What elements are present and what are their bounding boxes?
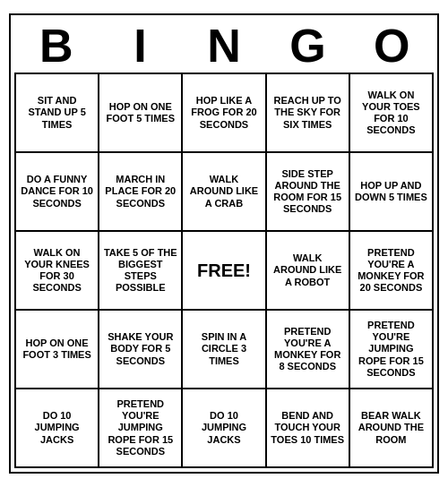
- cell-i5[interactable]: PRETEND YOU'RE JUMPING ROPE FOR 15 SECON…: [99, 389, 183, 468]
- cell-n5[interactable]: DO 10 JUMPING JACKS: [183, 389, 266, 468]
- cell-i2[interactable]: MARCH IN PLACE FOR 20 SECONDS: [99, 153, 183, 232]
- bingo-header: BINGO: [14, 19, 434, 73]
- cell-o1[interactable]: WALK ON YOUR TOES FOR 10 SECONDS: [350, 74, 434, 153]
- cell-g2[interactable]: SIDE STEP AROUND THE ROOM FOR 15 SECONDS: [267, 153, 350, 232]
- header-letter-g: G: [269, 22, 348, 69]
- cell-i4[interactable]: SHAKE YOUR BODY for 5 SECONDS: [99, 311, 183, 389]
- cell-o2[interactable]: HOP UP AND DOWN 5 TIMES: [350, 153, 434, 232]
- bingo-card: BINGO SIT AND STAND UP 5 TIMESHOP ON ONE…: [9, 13, 439, 474]
- cell-g5[interactable]: BEND AND TOUCH YOUR TOES 10 TIMES: [267, 389, 350, 468]
- cell-o4[interactable]: PRETEND YOU'RE JUMPING ROPE FOR 15 SECON…: [350, 311, 434, 389]
- cell-n4[interactable]: SPIN IN A CIRCLE 3 TIMES: [183, 311, 266, 389]
- cell-o3[interactable]: PRETEND YOU'RE A MONKEY FOR 20 SECONDS: [350, 232, 434, 311]
- bingo-grid: SIT AND STAND UP 5 TIMESHOP ON ONE FOOT …: [14, 73, 434, 468]
- cell-g3[interactable]: WALK AROUND LIKE A ROBOT: [267, 232, 350, 311]
- cell-b1[interactable]: SIT AND STAND UP 5 TIMES: [16, 74, 99, 153]
- cell-g4[interactable]: PRETEND YOU'RE A MONKEY FOR 8 SECONDS: [267, 311, 350, 389]
- header-letter-i: I: [100, 22, 179, 69]
- cell-n3[interactable]: FREE!: [183, 232, 266, 311]
- cell-b2[interactable]: DO A FUNNY DANCE FOR 10 SECONDS: [16, 153, 99, 232]
- header-letter-b: B: [17, 22, 96, 69]
- cell-b4[interactable]: HOP ON ONE FOOT 3 TIMES: [16, 311, 99, 389]
- cell-b3[interactable]: WALK ON YOUR KNEES FOR 30 SECONDS: [16, 232, 99, 311]
- cell-o5[interactable]: BEAR WALK AROUND THE ROOM: [350, 389, 434, 468]
- cell-n1[interactable]: HOP LIKE A FROG FOR 20 SECONDS: [183, 74, 266, 153]
- cell-i3[interactable]: TAKE 5 OF THE BIGGEST STEPS POSSIBLE: [99, 232, 183, 311]
- cell-b5[interactable]: DO 10 JUMPING JACKS: [16, 389, 99, 468]
- cell-g1[interactable]: REACH UP TO THE SKY FOR SIX TIMES: [267, 74, 350, 153]
- header-letter-o: O: [352, 22, 431, 69]
- cell-n2[interactable]: WALK AROUND LIKE A CRAB: [183, 153, 266, 232]
- header-letter-n: N: [185, 22, 263, 69]
- cell-i1[interactable]: HOP ON ONE FOOT 5 TIMES: [99, 74, 183, 153]
